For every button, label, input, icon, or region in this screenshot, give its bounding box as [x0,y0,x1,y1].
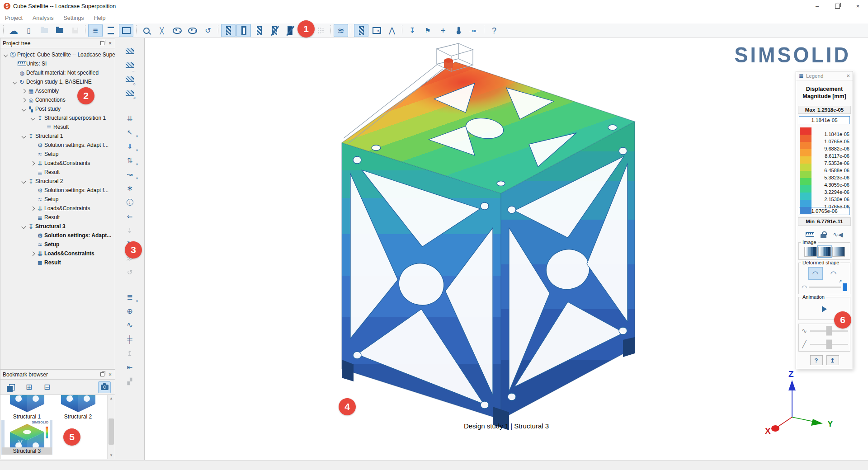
minimize-button[interactable]: – [807,0,827,12]
tree-item-structural-1[interactable]: ↧Structural 1 [0,132,115,141]
speed-handle[interactable] [826,340,832,349]
global-results-button[interactable]: ⊕ [123,305,137,317]
dropdown-arrow-icon[interactable]: ▾ [136,148,138,152]
tree-item-structural-2[interactable]: ↧Structural 2 [0,177,115,186]
tree-expander[interactable] [29,162,36,165]
pick-box-button[interactable]: ↖ [369,24,384,37]
legend-export-button[interactable]: ↥ [826,355,839,365]
close-panel-button[interactable]: × [108,40,112,47]
force-button[interactable]: ↖▾ [123,126,137,138]
maximize-button[interactable] [827,0,848,12]
rotate-section-button[interactable]: ↺ [201,24,215,37]
new-file-button[interactable]: ▯ [22,24,36,37]
lock-icon[interactable] [821,234,826,238]
cube-satellite-model[interactable] [342,43,635,430]
dropdown-arrow-icon[interactable]: ▾ [136,176,138,180]
scroll-down-icon[interactable]: ▼ [108,452,115,459]
thermal-button[interactable] [451,24,466,37]
tree-expander[interactable] [20,225,27,228]
deformed-on-button[interactable]: ◠ [808,267,823,280]
zoom-pick-button[interactable] [139,24,154,37]
import-folder-button[interactable] [52,24,67,37]
remote-load-button[interactable]: ⇅▾ [123,154,137,166]
bookmark-browser-toggle[interactable] [119,24,133,37]
pick-part-button[interactable]: ↖ [354,24,368,37]
tree-item-structural-superposition-1[interactable]: ↧Structural superposition 1 [0,113,115,122]
tree-expander[interactable] [20,89,27,93]
add-bookmark-button[interactable]: ⊞ [23,381,35,393]
legend-upper-input[interactable]: 1.1841e-05 [799,116,850,124]
bookmark-item-structural-2[interactable]: Structural 2 [52,395,104,420]
measure-button[interactable]: ╳ [155,24,169,37]
cloud-button[interactable]: ☁ [6,24,21,37]
tree-expander[interactable] [29,207,36,210]
graph-results-button[interactable]: ∿ [123,319,137,331]
hide-button[interactable]: − [170,24,184,37]
striped-parts-button[interactable] [252,24,266,37]
outline-parts-button[interactable] [236,24,251,37]
float-panel-button[interactable] [100,41,104,45]
tree-expander[interactable] [20,108,27,111]
viewport-3d[interactable]: Z Y X SIMSOLID Design study 1 | Structur… [145,38,868,460]
legend-close-button[interactable]: × [846,72,850,79]
bookmark-thumbnail[interactable] [5,395,50,413]
flag-button[interactable]: ⚑ [420,24,435,37]
float-panel-button[interactable] [100,372,104,376]
symmetry-button[interactable]: « [123,87,137,99]
scrollbar-thumb[interactable] [108,418,114,445]
model-scene[interactable]: Z Y X [145,38,868,460]
measure-compass-button[interactable]: ⋀ [385,24,399,37]
menu-item-help[interactable]: Help [89,12,111,24]
hide-solid-button[interactable] [283,24,297,37]
deformed-scale-slider[interactable] [809,287,841,288]
fit-view-button[interactable]: ⇥⇤ [467,24,481,37]
tree-item-solution-settings-adapt-f[interactable]: ⚙Solution settings: Adapt f... [0,141,115,150]
amplitude-slider[interactable] [810,330,848,332]
amplitude-handle[interactable] [826,326,832,336]
tree-expander[interactable] [2,53,9,56]
tree-item-setup[interactable]: ≈Setup [0,240,115,249]
grid-points-button[interactable] [313,24,328,37]
bookmark-thumbnail[interactable]: SIMSOLID [5,420,50,447]
tree-item-design-study-1-baseline[interactable]: ↻Design study 1, BASELINE [0,77,115,86]
gravity-load-button[interactable] [123,196,137,208]
bookmark-item-structural-1[interactable]: Structural 1 [1,395,52,420]
tree-item-loads-constraints[interactable]: ⇊Loads&Constraints [0,249,115,258]
imported-load-button[interactable]: ⇐ [123,210,137,222]
bookmark-item-structural-3[interactable]: SIMSOLIDStructural 3 [1,420,52,455]
tree-expander[interactable] [20,180,27,183]
speed-slider[interactable] [810,344,848,345]
tree-item-structural-3[interactable]: ↧Structural 3 [0,222,115,231]
remove-bookmark-button[interactable]: ⊟ [41,381,53,393]
play-animation-button[interactable] [822,306,827,312]
pressure-button[interactable]: ⇓▾ [123,140,137,152]
tree-expander[interactable] [20,99,27,102]
close-panel-button[interactable]: × [108,371,112,378]
tree-item-result[interactable]: ≣Result [0,258,115,267]
save-bookmarks-button[interactable] [5,381,17,393]
project-tree-toggle[interactable]: ≡ [88,24,103,37]
distributed-load-button[interactable]: ⇊ [123,112,137,124]
tree-item-project-cube-satellite-loadcase-superposition[interactable]: ⓈProject: Cube Satellite -- Loadcase Sup… [0,50,115,59]
tree-expander[interactable] [20,135,27,138]
dropdown-arrow-icon[interactable]: ▾ [136,299,138,303]
image-style-smooth-button[interactable] [832,247,845,257]
tree-item-connections[interactable]: ◎Connections [0,95,115,104]
tree-item-solution-settings-adapt[interactable]: ⚙Solution settings: Adapt... [0,231,115,240]
move-part-button[interactable]: + [436,24,450,37]
bearing-load-button[interactable]: ↝▾ [123,168,137,180]
fixed-support-button[interactable] [123,45,137,57]
hide-striped-button[interactable] [267,24,282,37]
dropdown-arrow-icon[interactable]: ▾ [136,162,138,166]
image-style-banded-button[interactable] [818,247,831,257]
tree-item-setup[interactable]: ≈Setup [0,195,115,204]
tree-expander[interactable] [29,117,36,120]
help-button[interactable]: ? [487,24,501,37]
tree-item-units-si[interactable]: Units: SI [0,59,115,68]
reaction-results-button[interactable]: ⇤ [123,361,137,373]
show-button[interactable]: + [185,24,200,37]
open-folder-button[interactable] [37,24,52,37]
legend-help-button[interactable]: ? [810,355,823,365]
tree-item-assembly[interactable]: ▦Assembly [0,86,115,95]
show-loads-button[interactable]: ≋ [334,24,348,37]
